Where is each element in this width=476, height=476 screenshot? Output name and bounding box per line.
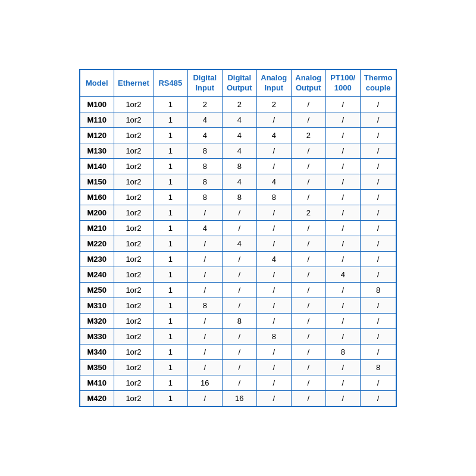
cell-ethernet: 1or2 (114, 359, 154, 375)
cell-pt100: / (325, 282, 360, 298)
table-row: M3401or21////8/ (80, 344, 397, 359)
cell-thermocouple: / (360, 158, 396, 174)
cell-pt100: 8 (325, 344, 360, 359)
cell-thermocouple: / (360, 96, 396, 112)
cell-digital_input: 8 (187, 158, 222, 174)
cell-digital_output: / (222, 359, 256, 375)
cell-thermocouple: 8 (360, 359, 396, 375)
cell-analog_output: / (291, 328, 325, 344)
cell-ethernet: 1or2 (114, 236, 154, 251)
table-row: M2101or214///// (80, 220, 397, 236)
cell-pt100: / (325, 143, 360, 158)
cell-analog_output: / (291, 298, 325, 313)
cell-ethernet: 1or2 (114, 112, 154, 127)
cell-pt100: / (325, 96, 360, 112)
cell-ethernet: 1or2 (114, 96, 154, 112)
cell-rs485: 1 (153, 298, 187, 313)
cell-digital_output: / (222, 375, 256, 390)
cell-rs485: 1 (153, 375, 187, 390)
cell-thermocouple: / (360, 205, 396, 220)
cell-analog_output: / (291, 174, 325, 189)
cell-rs485: 1 (153, 328, 187, 344)
cell-analog_input: / (256, 359, 291, 375)
cell-digital_output: 4 (222, 112, 256, 127)
cell-model: M330 (80, 328, 114, 344)
cell-digital_output: / (222, 251, 256, 267)
cell-digital_output: 16 (222, 390, 256, 406)
cell-analog_output: / (291, 220, 325, 236)
cell-thermocouple: / (360, 127, 396, 143)
cell-model: M340 (80, 344, 114, 359)
cell-rs485: 1 (153, 143, 187, 158)
cell-analog_output: / (291, 143, 325, 158)
cell-analog_input: / (256, 267, 291, 282)
cell-analog_input: 4 (256, 127, 291, 143)
cell-rs485: 1 (153, 359, 187, 375)
col-header-pt100: PT100/1000 (325, 70, 360, 96)
cell-rs485: 1 (153, 112, 187, 127)
cell-rs485: 1 (153, 313, 187, 328)
table-row: M4101or2116///// (80, 375, 397, 390)
cell-digital_input: / (187, 205, 222, 220)
cell-model: M220 (80, 236, 114, 251)
cell-model: M120 (80, 127, 114, 143)
cell-analog_output: / (291, 359, 325, 375)
cell-thermocouple: / (360, 143, 396, 158)
cell-digital_input: 4 (187, 127, 222, 143)
cell-rs485: 1 (153, 205, 187, 220)
col-header-analog-output: AnalogOutput (291, 70, 325, 96)
cell-analog_input: / (256, 282, 291, 298)
table-row: M3101or218///// (80, 298, 397, 313)
cell-analog_input: 8 (256, 189, 291, 205)
cell-digital_output: / (222, 205, 256, 220)
cell-ethernet: 1or2 (114, 205, 154, 220)
cell-digital_output: 4 (222, 143, 256, 158)
cell-rs485: 1 (153, 251, 187, 267)
cell-analog_output: 2 (291, 205, 325, 220)
cell-digital_input: / (187, 251, 222, 267)
cell-rs485: 1 (153, 390, 187, 406)
cell-digital_output: / (222, 328, 256, 344)
cell-ethernet: 1or2 (114, 251, 154, 267)
cell-digital_input: / (187, 236, 222, 251)
cell-pt100: / (325, 251, 360, 267)
cell-analog_output: / (291, 251, 325, 267)
cell-rs485: 1 (153, 267, 187, 282)
cell-pt100: / (325, 298, 360, 313)
cell-rs485: 1 (153, 158, 187, 174)
cell-thermocouple: / (360, 344, 396, 359)
cell-pt100: / (325, 189, 360, 205)
cell-ethernet: 1or2 (114, 282, 154, 298)
cell-thermocouple: / (360, 189, 396, 205)
table-row: M1101or2144//// (80, 112, 397, 127)
cell-model: M210 (80, 220, 114, 236)
cell-digital_input: / (187, 359, 222, 375)
table-row: M4201or21/16//// (80, 390, 397, 406)
cell-ethernet: 1or2 (114, 267, 154, 282)
cell-digital_input: 8 (187, 143, 222, 158)
cell-analog_input: / (256, 112, 291, 127)
cell-rs485: 1 (153, 174, 187, 189)
cell-model: M320 (80, 313, 114, 328)
table-row: M2501or21/////8 (80, 282, 397, 298)
cell-digital_output: 4 (222, 236, 256, 251)
cell-rs485: 1 (153, 220, 187, 236)
cell-thermocouple: / (360, 375, 396, 390)
cell-thermocouple: / (360, 267, 396, 282)
cell-ethernet: 1or2 (114, 375, 154, 390)
cell-digital_output: / (222, 220, 256, 236)
cell-pt100: / (325, 174, 360, 189)
table-row: M2401or21////4/ (80, 267, 397, 282)
col-header-model: Model (80, 70, 114, 96)
cell-thermocouple: / (360, 390, 396, 406)
cell-model: M310 (80, 298, 114, 313)
cell-digital_input: 8 (187, 174, 222, 189)
cell-analog_input: / (256, 236, 291, 251)
cell-pt100: 4 (325, 267, 360, 282)
cell-analog_input: / (256, 298, 291, 313)
cell-digital_input: 8 (187, 298, 222, 313)
cell-digital_output: 4 (222, 174, 256, 189)
cell-model: M240 (80, 267, 114, 282)
cell-analog_input: / (256, 220, 291, 236)
cell-analog_output: / (291, 112, 325, 127)
